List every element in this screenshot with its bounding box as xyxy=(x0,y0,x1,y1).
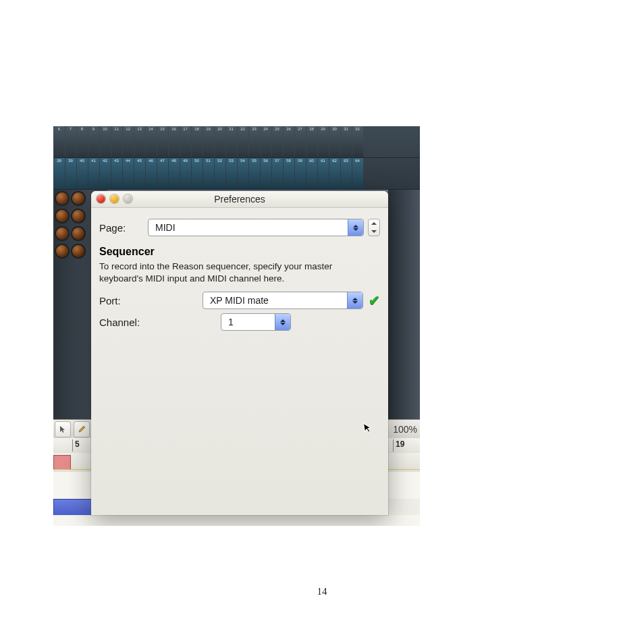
channel-number: 52 xyxy=(215,159,225,163)
page-label: Page: xyxy=(99,222,148,234)
channel-number: 63 xyxy=(341,159,352,163)
channel-number: 24 xyxy=(261,127,271,131)
mixer-channel[interactable]: 40 xyxy=(77,158,88,189)
mixer-channel[interactable]: 51 xyxy=(203,158,214,189)
channel-number: 15 xyxy=(157,127,168,131)
mixer-channel[interactable]: 7 xyxy=(65,126,76,157)
dropdown-arrows-icon xyxy=(348,219,363,236)
mixer-channel[interactable]: 44 xyxy=(123,158,134,189)
channel-select-value: 1 xyxy=(228,317,234,327)
port-label: Port: xyxy=(99,295,203,306)
mixer-channel[interactable]: 18 xyxy=(192,126,203,157)
dialog-title: Preferences xyxy=(214,194,265,205)
zoom-level[interactable]: 100% xyxy=(393,424,417,435)
mixer-channel[interactable]: 31 xyxy=(341,126,352,157)
mixer-channel[interactable]: 27 xyxy=(295,126,306,157)
minimize-icon[interactable] xyxy=(110,194,119,203)
mixer-channel[interactable]: 52 xyxy=(215,158,225,189)
channel-number: 51 xyxy=(203,159,214,163)
channel-number: 62 xyxy=(329,159,340,163)
mixer-channel[interactable]: 32 xyxy=(352,126,363,157)
mixer-channel[interactable]: 10 xyxy=(100,126,111,157)
channel-number: 45 xyxy=(134,159,145,163)
mixer-channel[interactable]: 48 xyxy=(169,158,180,189)
channel-number: 20 xyxy=(215,127,225,131)
pointer-tool-button[interactable] xyxy=(55,421,71,437)
mixer-channel[interactable]: 50 xyxy=(192,158,203,189)
mixer-channel[interactable]: 57 xyxy=(272,158,283,189)
mixer-channel[interactable]: 6 xyxy=(54,126,65,157)
channel-number: 17 xyxy=(180,127,191,131)
mixer-channel[interactable]: 22 xyxy=(238,126,248,157)
channel-number: 57 xyxy=(272,159,283,163)
mixer-channel[interactable]: 45 xyxy=(134,158,145,189)
mixer-channel[interactable]: 12 xyxy=(123,126,134,157)
mixer-channel[interactable]: 39 xyxy=(65,158,76,189)
channel-label: Channel: xyxy=(99,317,221,328)
mixer-channel[interactable]: 19 xyxy=(203,126,214,157)
mixer-channel[interactable]: 38 xyxy=(54,158,65,189)
dropdown-arrows-icon xyxy=(275,314,290,330)
mixer-channel[interactable]: 20 xyxy=(215,126,225,157)
section-heading: Sequencer xyxy=(99,246,380,258)
mixer-channel[interactable]: 25 xyxy=(272,126,283,157)
mixer-channel[interactable]: 47 xyxy=(157,158,168,189)
mixer-channel[interactable]: 60 xyxy=(306,158,317,189)
mixer-channel[interactable]: 26 xyxy=(284,126,294,157)
page-select[interactable]: MIDI xyxy=(148,219,364,236)
page-stepper[interactable] xyxy=(368,219,380,236)
pencil-tool-button[interactable] xyxy=(74,421,90,437)
channel-number: 41 xyxy=(88,159,99,163)
channel-number: 26 xyxy=(284,127,294,131)
mixer-channel[interactable]: 49 xyxy=(180,158,191,189)
mixer-channel[interactable]: 13 xyxy=(134,126,145,157)
mixer-channel[interactable]: 9 xyxy=(88,126,99,157)
mixer-channel[interactable]: 58 xyxy=(284,158,294,189)
mixer-channel[interactable]: 30 xyxy=(329,126,340,157)
document-page-number: 14 xyxy=(0,586,644,597)
mixer-channel[interactable]: 24 xyxy=(261,126,271,157)
channel-number: 55 xyxy=(249,159,260,163)
mixer-channel[interactable]: 59 xyxy=(295,158,306,189)
mixer-channel[interactable]: 46 xyxy=(146,158,157,189)
mixer-channel[interactable]: 21 xyxy=(226,126,237,157)
mixer-channel[interactable]: 14 xyxy=(146,126,157,157)
mixer-channel[interactable]: 61 xyxy=(318,158,329,189)
audio-clip[interactable] xyxy=(53,455,71,470)
mixer-channel[interactable]: 23 xyxy=(249,126,260,157)
mixer-channel[interactable]: 56 xyxy=(261,158,271,189)
mixer-channel[interactable]: 64 xyxy=(352,158,363,189)
mixer-channel[interactable]: 42 xyxy=(100,158,111,189)
knob-icon xyxy=(72,210,84,222)
channel-select[interactable]: 1 xyxy=(221,313,291,331)
channel-number: 22 xyxy=(238,127,248,131)
mixer-channel[interactable]: 15 xyxy=(157,126,168,157)
ruler-mark: 5 xyxy=(72,439,80,452)
mixer-channel[interactable]: 28 xyxy=(306,126,317,157)
mixer-channel[interactable]: 54 xyxy=(238,158,248,189)
mixer-channel[interactable]: 29 xyxy=(318,126,329,157)
channel-number: 42 xyxy=(100,159,111,163)
channel-number: 61 xyxy=(318,159,329,163)
mixer-channel[interactable]: 53 xyxy=(226,158,237,189)
mixer-channel[interactable]: 63 xyxy=(341,158,352,189)
mixer-channel[interactable]: 16 xyxy=(169,126,180,157)
mixer-channel[interactable]: 55 xyxy=(249,158,260,189)
channel-number: 53 xyxy=(226,159,237,163)
mixer-channel[interactable]: 11 xyxy=(111,126,122,157)
channel-number: 25 xyxy=(272,127,283,131)
channel-number: 40 xyxy=(77,159,88,163)
chevron-down-icon xyxy=(371,230,377,233)
mixer-channel[interactable]: 41 xyxy=(88,158,99,189)
close-icon[interactable] xyxy=(97,194,105,203)
port-select[interactable]: XP MIDI mate xyxy=(203,292,363,309)
channel-number: 12 xyxy=(123,127,134,131)
mixer-channel[interactable]: 8 xyxy=(77,126,88,157)
zoom-icon xyxy=(124,194,132,203)
mixer-channel[interactable]: 62 xyxy=(329,158,340,189)
mixer-channel[interactable]: 17 xyxy=(180,126,191,157)
dialog-titlebar[interactable]: Preferences xyxy=(91,191,388,208)
section-description: To record into the Reason sequencer, spe… xyxy=(99,261,356,285)
channel-number: 50 xyxy=(192,159,203,163)
mixer-channel[interactable]: 43 xyxy=(111,158,122,189)
